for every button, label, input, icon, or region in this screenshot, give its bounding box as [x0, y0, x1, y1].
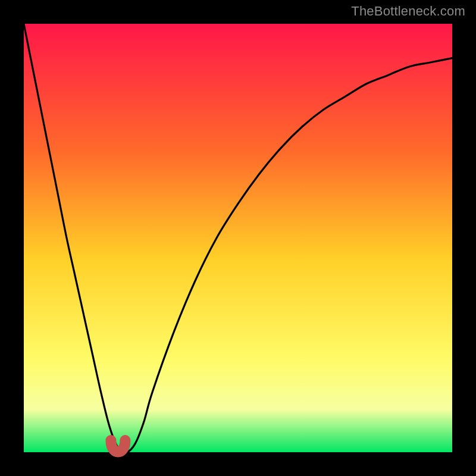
bottleneck-curve	[24, 24, 452, 452]
plot-area	[24, 24, 452, 452]
bottleneck-curve-layer	[24, 24, 452, 452]
chart-frame: TheBottleneck.com	[0, 0, 476, 476]
watermark-label: TheBottleneck.com	[351, 4, 465, 19]
